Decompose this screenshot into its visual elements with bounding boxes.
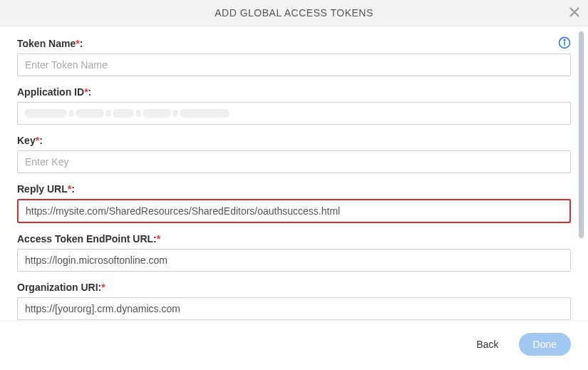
- reply-url-label: Reply URL*:: [17, 183, 571, 195]
- required-marker: *: [76, 38, 79, 49]
- modal-body: Token Name*: Application ID*:: [0, 26, 588, 321]
- key-input[interactable]: [17, 150, 571, 173]
- close-icon[interactable]: [569, 6, 579, 21]
- info-icon[interactable]: [558, 36, 571, 51]
- modal-header: ADD GLOBAL ACCESS TOKENS: [0, 0, 588, 26]
- required-marker: *: [84, 86, 88, 98]
- required-marker: *: [36, 135, 39, 146]
- access-token-endpoint-label: Access Token EndPoint URL:*: [17, 233, 571, 245]
- access-token-endpoint-input[interactable]: [17, 249, 571, 272]
- token-name-label: Token Name*:: [17, 38, 571, 49]
- form-row-application-id: Application ID*:: [17, 86, 571, 125]
- organization-uri-label: Organization URI:*: [17, 282, 571, 293]
- key-label: Key*:: [17, 135, 571, 146]
- modal-title: ADD GLOBAL ACCESS TOKENS: [215, 7, 373, 19]
- application-id-input-wrapper: [17, 102, 571, 125]
- application-id-label: Application ID*:: [17, 86, 571, 98]
- form-row-reply-url: Reply URL*:: [17, 183, 571, 223]
- required-marker: *: [68, 183, 71, 195]
- redacted-content: [24, 109, 229, 118]
- required-marker: *: [101, 282, 105, 293]
- back-button[interactable]: Back: [468, 333, 507, 356]
- required-marker: *: [157, 233, 160, 245]
- modal-footer: Back Done: [0, 321, 588, 370]
- done-button[interactable]: Done: [519, 333, 571, 356]
- form-row-access-token-endpoint: Access Token EndPoint URL:*: [17, 233, 571, 272]
- form-row-key: Key*:: [17, 135, 571, 173]
- svg-point-2: [564, 40, 565, 41]
- scrollbar-thumb[interactable]: [579, 31, 584, 238]
- modal-container: ADD GLOBAL ACCESS TOKENS Token Name*: Ap…: [0, 0, 588, 370]
- form-row-organization-uri: Organization URI:*: [17, 282, 571, 320]
- organization-uri-input[interactable]: [17, 297, 571, 320]
- reply-url-input[interactable]: [17, 199, 571, 223]
- form-row-token-name: Token Name*:: [17, 38, 571, 76]
- token-name-input[interactable]: [17, 53, 571, 76]
